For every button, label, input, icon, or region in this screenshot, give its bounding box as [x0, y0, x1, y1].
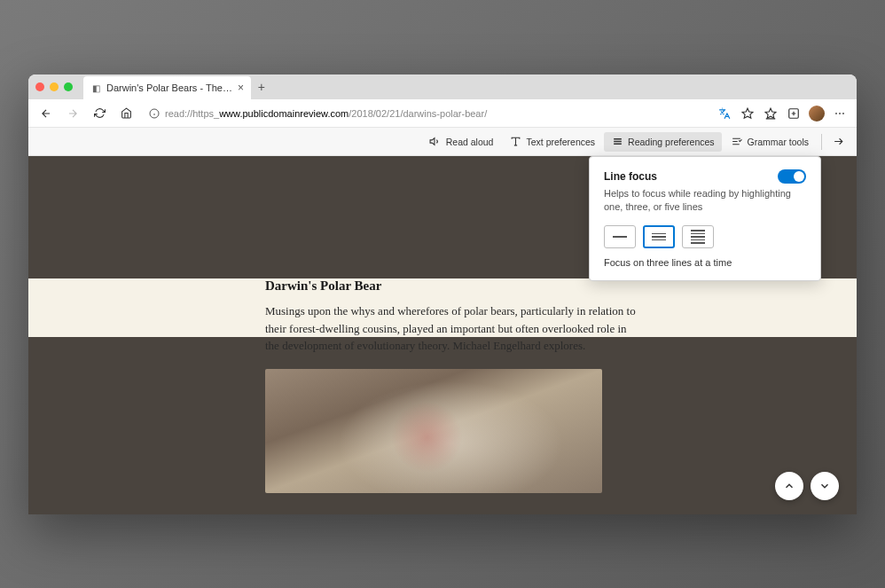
svg-marker-9: [430, 138, 435, 145]
profile-avatar[interactable]: [807, 104, 826, 123]
refresh-button[interactable]: [89, 103, 110, 124]
article-body: Musings upon the whys and wherefores of …: [265, 302, 638, 355]
translate-icon[interactable]: [715, 104, 734, 123]
forward-button[interactable]: [62, 103, 83, 124]
toolbar-label: Read aloud: [446, 137, 494, 147]
menu-icon[interactable]: ⋯: [830, 104, 850, 123]
browser-tab[interactable]: ◧ Darwin's Polar Bears - The… ×: [83, 76, 251, 99]
address-bar[interactable]: read://https_www.publicdomainreview.com/…: [142, 108, 709, 119]
article-title: Darwin's Polar Bear: [265, 278, 638, 294]
grammar-icon: [731, 136, 743, 148]
tab-title: Darwin's Polar Bears - The…: [106, 82, 232, 93]
text-preferences-button[interactable]: Text preferences: [502, 132, 602, 152]
read-aloud-button[interactable]: Read aloud: [422, 132, 501, 152]
favicon-icon: ◧: [90, 82, 101, 93]
popup-description: Helps to focus while reading by highligh…: [604, 187, 806, 215]
close-window-button[interactable]: [35, 82, 44, 91]
popup-title: Line focus: [604, 170, 657, 183]
reader-toolbar: Read aloud Text preferences Reading pref…: [28, 128, 857, 156]
speaker-icon: [429, 136, 442, 148]
focus-down-button[interactable]: [811, 472, 839, 500]
divider: [821, 134, 822, 150]
url-text: read://https_www.publicdomainreview.com/…: [165, 108, 487, 119]
toolbar-label: Reading preferences: [628, 137, 714, 147]
focus-nav-buttons: [775, 472, 839, 500]
new-tab-button[interactable]: +: [251, 80, 272, 94]
tab-bar: ◧ Darwin's Polar Bears - The… × +: [28, 74, 857, 99]
line-focus-options: [604, 225, 806, 248]
reading-preferences-button[interactable]: Reading preferences: [604, 132, 721, 152]
home-button[interactable]: [115, 103, 137, 124]
svg-marker-3: [742, 108, 753, 118]
favorite-icon[interactable]: [738, 104, 757, 123]
svg-marker-4: [765, 108, 776, 118]
browser-window: ◧ Darwin's Polar Bears - The… × + read:/…: [28, 74, 857, 514]
close-tab-button[interactable]: ×: [238, 82, 244, 94]
site-info-icon[interactable]: [149, 108, 160, 119]
text-icon: [509, 136, 521, 148]
maximize-window-button[interactable]: [64, 82, 73, 91]
favorites-list-icon[interactable]: [761, 104, 780, 123]
collections-icon[interactable]: [784, 104, 803, 123]
article-image: [265, 369, 602, 493]
reading-preferences-popup: Line focus Helps to focus while reading …: [589, 156, 821, 281]
five-line-option[interactable]: [682, 225, 714, 248]
one-line-option[interactable]: [604, 225, 636, 248]
back-button[interactable]: [35, 103, 57, 124]
popup-caption: Focus on three lines at a time: [604, 257, 806, 268]
three-line-option[interactable]: [643, 225, 675, 248]
navbar-actions: ⋯: [715, 104, 850, 123]
focus-up-button[interactable]: [775, 472, 803, 500]
pin-toolbar-button[interactable]: [827, 132, 850, 151]
window-controls: [35, 82, 73, 91]
nav-bar: read://https_www.publicdomainreview.com/…: [28, 99, 857, 128]
toolbar-label: Text preferences: [526, 137, 595, 147]
grammar-tools-button[interactable]: Grammar tools: [724, 132, 816, 152]
line-focus-toggle[interactable]: [778, 169, 806, 184]
minimize-window-button[interactable]: [50, 82, 59, 91]
lines-icon: [611, 136, 623, 148]
toolbar-label: Grammar tools: [748, 137, 809, 147]
